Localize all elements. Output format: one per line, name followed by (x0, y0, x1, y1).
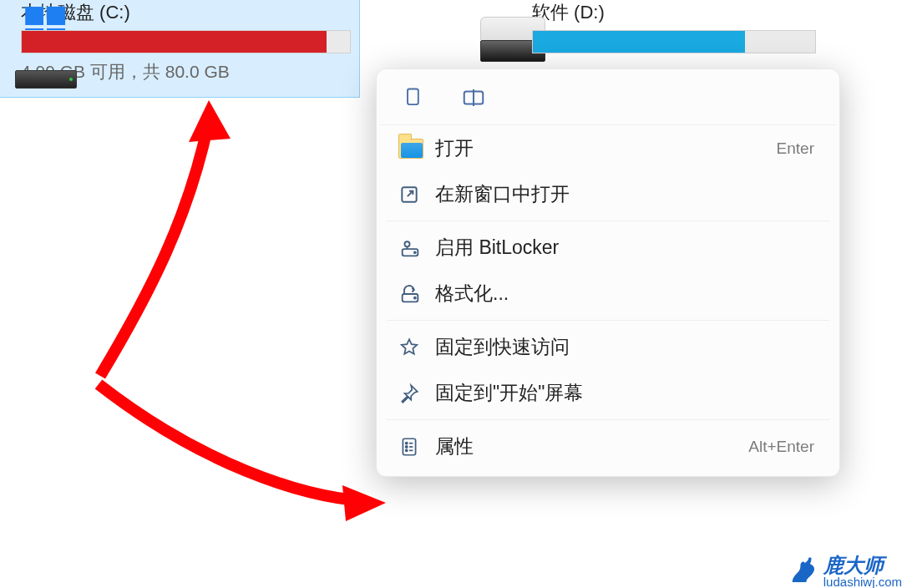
menu-properties-accel: Alt+Enter (748, 438, 814, 456)
svg-point-8 (414, 297, 416, 298)
svg-marker-16 (189, 100, 231, 142)
menu-bitlocker[interactable]: 启用 BitLocker (380, 225, 836, 271)
menu-pin-start-label: 固定到"开始"屏幕 (435, 380, 814, 406)
menu-format[interactable]: 格式化... (380, 271, 836, 317)
svg-point-10 (406, 442, 408, 444)
drive-d-name: 软件 (D:) (532, 0, 816, 25)
menu-pin-quick-access[interactable]: 固定到快速访问 (380, 324, 836, 370)
context-menu-toolbar (380, 79, 836, 125)
external-window-icon (398, 184, 435, 205)
svg-rect-0 (408, 89, 418, 105)
format-drive-icon (398, 282, 435, 306)
svg-point-6 (414, 251, 416, 253)
menu-format-label: 格式化... (435, 281, 814, 307)
menu-open-new-window[interactable]: 在新窗口中打开 (380, 171, 836, 217)
menu-properties[interactable]: 属性 Alt+Enter (380, 423, 836, 469)
svg-point-12 (406, 445, 408, 447)
drive-c[interactable]: 本地磁盘 (C:) 4.99 GB 可用，共 80.0 GB (0, 0, 359, 97)
drive-c-name: 本地磁盘 (C:) (21, 0, 351, 25)
pin-icon (398, 383, 435, 404)
drive-c-usage-bar (21, 30, 351, 53)
menu-properties-label: 属性 (435, 433, 748, 459)
rename-icon[interactable] (459, 83, 489, 113)
menu-pin-quick-access-label: 固定到快速访问 (435, 334, 814, 360)
watermark-url: ludashiwj.com (823, 575, 902, 588)
menu-bitlocker-label: 启用 BitLocker (435, 235, 814, 261)
copy-icon[interactable] (398, 83, 428, 113)
properties-icon (398, 436, 435, 458)
drive-d-usage-bar (532, 30, 816, 53)
hdd-icon (15, 70, 77, 89)
watermark-title: 鹿大师 (823, 555, 902, 575)
drive-c-icon (0, 0, 21, 97)
menu-open-accel: Enter (777, 139, 814, 158)
watermark: 鹿大师 ludashiwj.com (785, 553, 902, 588)
star-icon (398, 337, 435, 358)
watermark-logo-icon (785, 553, 820, 588)
context-menu: 打开 Enter 在新窗口中打开 启用 BitLocker (376, 68, 840, 477)
menu-pin-start[interactable]: 固定到"开始"屏幕 (380, 370, 836, 416)
menu-open[interactable]: 打开 Enter (380, 125, 836, 171)
svg-point-5 (404, 241, 409, 246)
folder-icon (398, 139, 435, 159)
menu-open-new-window-label: 在新窗口中打开 (435, 181, 814, 207)
svg-marker-17 (342, 485, 386, 521)
menu-open-label: 打开 (435, 135, 777, 161)
lock-drive-icon (398, 236, 435, 260)
svg-point-14 (406, 449, 408, 451)
